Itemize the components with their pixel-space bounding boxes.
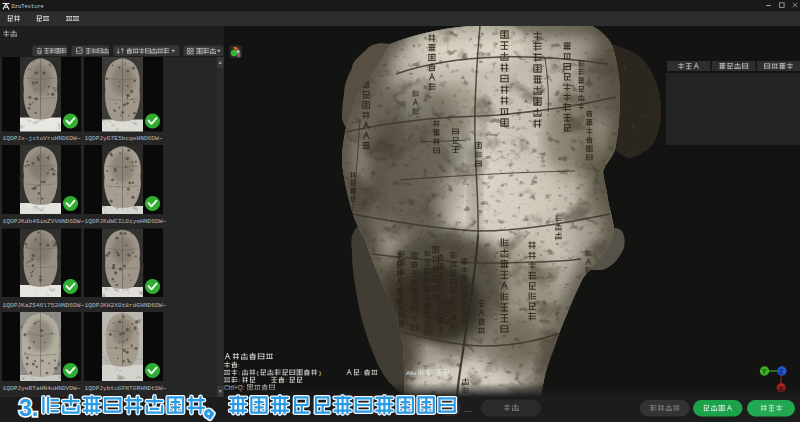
svg-text:1QDPJx-jxtoVruHND6DW~: 1QDPJx-jxtoVruHND6DW~	[3, 135, 81, 142]
svg-text:1QDPJKH2X0t8rdGHND6DW~: 1QDPJKH2X0t8rdGHND6DW~	[85, 302, 167, 309]
svg-text:1QDPJKaZS46l752HND6DW~: 1QDPJKaZS46l752HND6DW~	[3, 302, 85, 309]
svg-text::: :	[286, 376, 288, 383]
svg-text::: :	[238, 361, 240, 368]
svg-text:1QDPJybtuGFNTGRHNDtDW~: 1QDPJybtuGFNTGRHNDtDW~	[85, 385, 167, 392]
svg-text:Z: Z	[779, 368, 783, 375]
svg-text:1QDPJKdb4SimZVVHND6DW~: 1QDPJKdb4SimZVVHND6DW~	[3, 218, 85, 225]
svg-text:...: ...	[464, 404, 472, 414]
svg-text:3.: 3.	[19, 395, 38, 421]
svg-text:Y: Y	[762, 368, 767, 375]
svg-text:1QDPJyG7E5bcqeHND6DW~: 1QDPJyG7E5bcqeHND6DW~	[85, 135, 163, 142]
svg-text::: :	[239, 376, 241, 383]
svg-text::: :	[433, 369, 435, 376]
svg-text::: :	[361, 369, 363, 376]
svg-text:Alt+: Alt+	[406, 369, 417, 376]
svg-text::: :	[239, 369, 241, 376]
svg-text:1QDPJKdWCIL0iymHND6DW~: 1QDPJKdWCIL0iymHND6DW~	[85, 218, 167, 225]
svg-text:1QDPJyeRTaHN4uHNDVDW~: 1QDPJyeRTaHN4uHNDVDW~	[3, 385, 81, 392]
svg-text:DzoTexture: DzoTexture	[12, 4, 44, 10]
svg-text:): )	[319, 369, 321, 376]
